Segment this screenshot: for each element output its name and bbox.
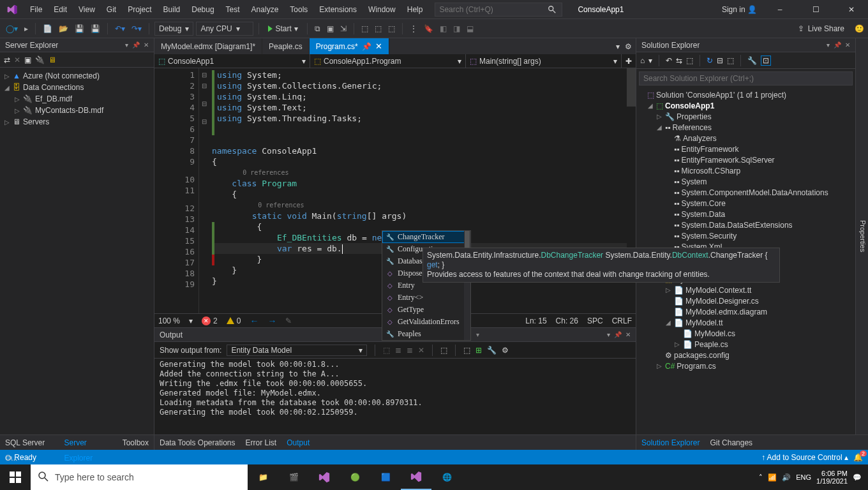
save-icon[interactable]: 💾 — [73, 22, 86, 36]
forward-nav-button[interactable]: ▸ — [22, 22, 30, 36]
redo-icon[interactable]: ↷▾ — [130, 22, 144, 36]
menu-build[interactable]: Build — [158, 0, 186, 19]
dropdown-icon[interactable]: ▾ — [125, 41, 128, 48]
intellisense-item[interactable]: ◇GetValidationErrors — [382, 316, 470, 328]
task-idm-icon[interactable]: 🟢 — [340, 464, 370, 490]
tb-icon-11[interactable]: ⬓ — [465, 22, 475, 36]
menu-extensions[interactable]: Extensions — [313, 0, 363, 19]
ref-item[interactable]: ▪▪System.Data.DataSetExtensions — [636, 219, 855, 230]
pin-icon[interactable]: 📌 — [834, 41, 841, 48]
indent-mode[interactable]: SPC — [587, 316, 603, 325]
pin-tab-icon[interactable]: 📌 — [362, 42, 371, 51]
tb-icon-7[interactable]: ⋮ — [408, 22, 419, 36]
solution-explorer-search[interactable] — [639, 71, 853, 85]
tab-error-list[interactable]: Error List — [241, 435, 282, 450]
tb-icon-3[interactable]: ⇲ — [338, 22, 348, 36]
stop-icon[interactable]: ▣ — [24, 56, 31, 64]
out-tb-icon[interactable]: ⊞ — [475, 346, 482, 355]
open-file-icon[interactable]: 📂 — [57, 22, 70, 36]
tab-peaple-cs[interactable]: Peaple.cs — [262, 38, 310, 54]
program-cs-node[interactable]: ▷C#Program.cs — [636, 360, 855, 371]
se-icon[interactable]: ⬚ — [686, 56, 693, 65]
quick-launch-search[interactable] — [435, 3, 562, 17]
add-source-control[interactable]: ↑ Add to Source Control ▴ — [761, 453, 848, 462]
collapse-icon[interactable]: ⊟ — [717, 56, 723, 65]
zoom-level[interactable]: 100 % — [158, 316, 180, 325]
out-tb-icon[interactable]: ⚙ — [502, 346, 509, 355]
task-app-icon[interactable]: 🟦 — [370, 464, 401, 490]
close-button[interactable]: ✕ — [839, 0, 864, 19]
diagram-node[interactable]: 📄MyModel.edmx.diagram — [636, 306, 855, 317]
quick-launch-input[interactable] — [439, 5, 548, 14]
ref-item[interactable]: ▪▪System — [636, 176, 855, 187]
output-source-dropdown[interactable]: Entity Data Model▾ — [227, 345, 367, 356]
efdb-node[interactable]: ▷🔌Ef_DB.mdf — [0, 93, 154, 105]
pin-icon[interactable]: 📌 — [132, 41, 140, 48]
intellisense-popup[interactable]: 🔧ChangeTracker 🔧Configuration 🔧Database … — [382, 230, 471, 341]
tab-git-changes[interactable]: Git Changes — [705, 435, 758, 450]
sync-icon[interactable]: ⇆ — [676, 56, 682, 65]
tray-notifications-icon[interactable]: 💬 — [853, 473, 862, 482]
split-icon[interactable]: ✚ — [622, 54, 636, 68]
menu-project[interactable]: Project — [122, 0, 157, 19]
nav-class[interactable]: ⬚ConsoleApp1.Program▾ — [310, 54, 466, 68]
tray-time[interactable]: 6:06 PM — [821, 470, 848, 477]
intellisense-item[interactable]: 🔧Peaples — [382, 328, 470, 340]
add-connection-icon[interactable]: 🔌 — [35, 56, 45, 64]
tab-solution-explorer[interactable]: Solution Explorer — [636, 435, 705, 450]
out-tb-icon[interactable]: ⬚ — [383, 346, 390, 355]
solution-search-input[interactable] — [639, 71, 853, 85]
tb-icon-4[interactable]: ⬚ — [359, 22, 370, 36]
feedback-icon[interactable]: 🙂 — [855, 24, 864, 33]
ref-item[interactable]: ▪▪Microsoft.CSharp — [636, 165, 855, 176]
out-tb-icon[interactable]: 🔧 — [487, 346, 497, 355]
connect-icon[interactable]: ⇄ — [4, 56, 10, 64]
solution-node[interactable]: ⬚Solution 'ConsoleApp1' (1 of 1 project) — [636, 89, 855, 100]
tab-toolbox[interactable]: Toolbox — [117, 435, 154, 450]
show-all-icon[interactable]: ⬚ — [727, 56, 734, 65]
dropdown-icon[interactable]: ▾ — [607, 331, 610, 338]
add-server-icon[interactable]: 🖥 — [49, 56, 56, 64]
tab-server-explorer[interactable]: Server Explorer — [59, 435, 117, 450]
tab-list-dropdown[interactable]: ▾ — [616, 42, 620, 51]
maximize-button[interactable]: ☐ — [803, 0, 828, 19]
out-tb-icon[interactable]: ⬚ — [440, 346, 447, 355]
tb-icon-1[interactable]: ⧉ — [313, 22, 322, 36]
preview-icon[interactable]: ⊡ — [761, 56, 771, 66]
out-tb-icon[interactable]: ✕ — [418, 346, 424, 355]
minimize-button[interactable]: – — [767, 0, 793, 19]
menu-tools[interactable]: Tools — [284, 0, 313, 19]
ref-item[interactable]: ▪▪System.Data — [636, 209, 855, 219]
live-share-button[interactable]: ⇪Live Share 🙂 — [798, 24, 864, 33]
project-node[interactable]: ◢⬚ConsoleApp1 — [636, 100, 855, 111]
out-tb-icon[interactable]: ≣ — [407, 346, 413, 355]
refresh-icon[interactable]: ✕ — [14, 56, 20, 64]
tb-icon-2[interactable]: ▣ — [325, 22, 336, 36]
menu-test[interactable]: Test — [220, 0, 246, 19]
tb-icon-8[interactable]: 🔖 — [422, 22, 435, 36]
tray-wifi-icon[interactable]: 📶 — [768, 473, 777, 482]
platform-dropdown[interactable]: Any CPU▾ — [196, 22, 253, 36]
references-node[interactable]: ◢▪▪References — [636, 122, 855, 133]
mymodel-cs-node[interactable]: 📄MyModel.cs — [636, 328, 855, 339]
refresh-icon[interactable]: ↻ — [707, 56, 713, 65]
tb-icon-6[interactable]: ⬚ — [386, 22, 397, 36]
close-panel-icon[interactable]: ✕ — [625, 331, 631, 338]
error-count[interactable]: ✕2 — [202, 316, 218, 325]
nav-project[interactable]: ⬚ConsoleApp1▾ — [154, 54, 310, 68]
properties-tab-collapsed[interactable]: Properties — [855, 38, 868, 434]
pin-icon[interactable]: 📌 — [614, 331, 622, 338]
menu-git[interactable]: Git — [101, 0, 122, 19]
tray-chevron-icon[interactable]: ˄ — [759, 473, 763, 482]
properties-node[interactable]: ▷🔧Properties — [636, 111, 855, 122]
warning-count[interactable]: 0 — [227, 316, 241, 325]
gear-icon[interactable]: ⚙ — [625, 42, 632, 51]
ref-item[interactable]: ▪▪EntityFramework.SqlServer — [636, 154, 855, 165]
ref-item[interactable]: ⚗Analyzers — [636, 133, 855, 144]
azure-node[interactable]: ▷▲Azure (Not connected) — [0, 70, 154, 82]
close-tab-icon[interactable]: ✕ — [375, 41, 382, 51]
save-all-icon[interactable]: 💾 — [89, 22, 102, 36]
packages-config-node[interactable]: ⚙packages.config — [636, 350, 855, 360]
windows-search[interactable]: Type here to search — [31, 464, 248, 490]
task-explorer-icon[interactable]: 📁 — [248, 464, 278, 490]
